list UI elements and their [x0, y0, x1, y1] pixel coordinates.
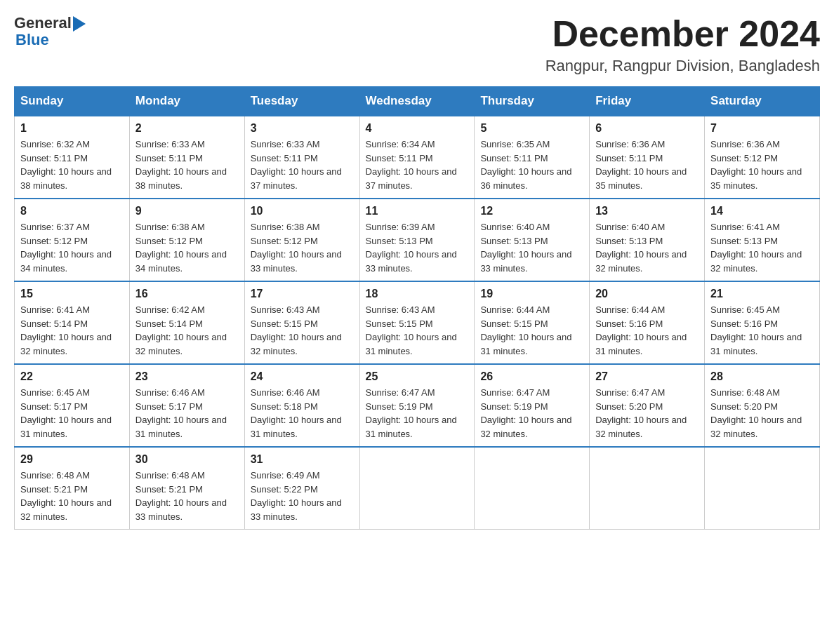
table-cell: 5 Sunrise: 6:35 AM Sunset: 5:11 PM Dayli…	[475, 116, 590, 199]
day-info: Sunrise: 6:42 AM Sunset: 5:14 PM Dayligh…	[135, 303, 239, 358]
day-number: 9	[135, 205, 239, 217]
sunrise-label: Sunrise: 6:40 AM	[595, 222, 665, 232]
sunset-label: Sunset: 5:11 PM	[595, 153, 663, 163]
sunrise-label: Sunrise: 6:42 AM	[135, 304, 205, 315]
day-info: Sunrise: 6:38 AM Sunset: 5:12 PM Dayligh…	[251, 220, 354, 275]
sunset-label: Sunset: 5:18 PM	[251, 401, 318, 412]
day-info: Sunrise: 6:39 AM Sunset: 5:13 PM Dayligh…	[366, 220, 469, 275]
day-info: Sunrise: 6:33 AM Sunset: 5:11 PM Dayligh…	[251, 137, 354, 192]
day-number: 29	[20, 453, 124, 466]
table-cell: 7 Sunrise: 6:36 AM Sunset: 5:12 PM Dayli…	[705, 116, 820, 199]
day-info: Sunrise: 6:48 AM Sunset: 5:20 PM Dayligh…	[710, 386, 814, 441]
day-number: 25	[366, 370, 469, 383]
table-cell: 8 Sunrise: 6:37 AM Sunset: 5:12 PM Dayli…	[15, 199, 130, 281]
day-number: 16	[135, 288, 239, 300]
sunset-label: Sunset: 5:12 PM	[251, 236, 318, 246]
sunset-label: Sunset: 5:13 PM	[710, 236, 778, 246]
sunset-label: Sunset: 5:19 PM	[366, 401, 433, 412]
daylight-label: Daylight: 10 hours and 32 minutes.	[595, 249, 687, 274]
day-info: Sunrise: 6:46 AM Sunset: 5:18 PM Dayligh…	[251, 386, 354, 441]
table-cell: 31 Sunrise: 6:49 AM Sunset: 5:22 PM Dayl…	[244, 447, 359, 530]
day-info: Sunrise: 6:48 AM Sunset: 5:21 PM Dayligh…	[135, 469, 239, 523]
table-cell: 28 Sunrise: 6:48 AM Sunset: 5:20 PM Dayl…	[705, 364, 820, 447]
sunset-label: Sunset: 5:16 PM	[710, 318, 778, 329]
sunset-label: Sunset: 5:17 PM	[135, 401, 203, 412]
table-cell: 13 Sunrise: 6:40 AM Sunset: 5:13 PM Dayl…	[590, 199, 705, 281]
sunrise-label: Sunrise: 6:37 AM	[20, 222, 90, 232]
day-info: Sunrise: 6:47 AM Sunset: 5:19 PM Dayligh…	[366, 386, 469, 441]
sunrise-label: Sunrise: 6:35 AM	[480, 139, 550, 149]
sunset-label: Sunset: 5:21 PM	[20, 484, 88, 495]
daylight-label: Daylight: 10 hours and 32 minutes.	[710, 415, 802, 439]
day-info: Sunrise: 6:45 AM Sunset: 5:17 PM Dayligh…	[20, 386, 124, 441]
sunset-label: Sunset: 5:11 PM	[251, 153, 318, 163]
day-number: 7	[710, 122, 814, 135]
day-number: 23	[135, 370, 239, 383]
table-cell	[705, 447, 820, 530]
sunset-label: Sunset: 5:22 PM	[251, 484, 318, 495]
header-friday: Friday	[590, 87, 705, 116]
sunset-label: Sunset: 5:15 PM	[480, 318, 548, 329]
daylight-label: Daylight: 10 hours and 38 minutes.	[20, 166, 112, 191]
sunset-label: Sunset: 5:14 PM	[135, 318, 203, 329]
daylight-label: Daylight: 10 hours and 31 minutes.	[480, 332, 571, 356]
day-info: Sunrise: 6:44 AM Sunset: 5:15 PM Dayligh…	[480, 303, 583, 358]
table-cell: 6 Sunrise: 6:36 AM Sunset: 5:11 PM Dayli…	[590, 116, 705, 199]
daylight-label: Daylight: 10 hours and 31 minutes.	[251, 415, 342, 439]
day-number: 21	[710, 288, 814, 300]
daylight-label: Daylight: 10 hours and 32 minutes.	[710, 249, 802, 274]
sunrise-label: Sunrise: 6:47 AM	[366, 387, 435, 398]
table-cell: 29 Sunrise: 6:48 AM Sunset: 5:21 PM Dayl…	[15, 447, 130, 530]
day-number: 30	[135, 453, 239, 466]
daylight-label: Daylight: 10 hours and 32 minutes.	[20, 497, 112, 522]
sunset-label: Sunset: 5:11 PM	[20, 153, 88, 163]
table-cell: 25 Sunrise: 6:47 AM Sunset: 5:19 PM Dayl…	[359, 364, 475, 447]
day-info: Sunrise: 6:38 AM Sunset: 5:12 PM Dayligh…	[135, 220, 239, 275]
header-thursday: Thursday	[475, 87, 590, 116]
logo-blue-text: Blue	[15, 31, 49, 49]
table-cell: 27 Sunrise: 6:47 AM Sunset: 5:20 PM Dayl…	[590, 364, 705, 447]
day-info: Sunrise: 6:33 AM Sunset: 5:11 PM Dayligh…	[135, 137, 239, 192]
sunset-label: Sunset: 5:11 PM	[135, 153, 203, 163]
day-info: Sunrise: 6:45 AM Sunset: 5:16 PM Dayligh…	[710, 303, 814, 358]
table-cell: 19 Sunrise: 6:44 AM Sunset: 5:15 PM Dayl…	[475, 281, 590, 364]
daylight-label: Daylight: 10 hours and 33 minutes.	[135, 497, 227, 522]
table-cell: 1 Sunrise: 6:32 AM Sunset: 5:11 PM Dayli…	[15, 116, 130, 199]
sunset-label: Sunset: 5:12 PM	[135, 236, 203, 246]
daylight-label: Daylight: 10 hours and 32 minutes.	[20, 332, 112, 356]
sunset-label: Sunset: 5:15 PM	[251, 318, 318, 329]
sunrise-label: Sunrise: 6:41 AM	[710, 222, 780, 232]
daylight-label: Daylight: 10 hours and 35 minutes.	[595, 166, 687, 191]
table-cell	[475, 447, 590, 530]
sunset-label: Sunset: 5:15 PM	[366, 318, 433, 329]
sunrise-label: Sunrise: 6:39 AM	[366, 222, 435, 232]
sunset-label: Sunset: 5:13 PM	[480, 236, 548, 246]
day-number: 22	[20, 370, 124, 383]
sunrise-label: Sunrise: 6:48 AM	[20, 470, 90, 481]
daylight-label: Daylight: 10 hours and 31 minutes.	[20, 415, 112, 439]
sunrise-label: Sunrise: 6:36 AM	[595, 139, 665, 149]
table-cell: 30 Sunrise: 6:48 AM Sunset: 5:21 PM Dayl…	[129, 447, 244, 530]
location-subtitle: Rangpur, Rangpur Division, Bangladesh	[545, 57, 820, 75]
sunrise-label: Sunrise: 6:46 AM	[135, 387, 205, 398]
daylight-label: Daylight: 10 hours and 33 minutes.	[480, 249, 571, 274]
sunrise-label: Sunrise: 6:43 AM	[366, 304, 435, 315]
logo: General Blue	[14, 14, 86, 49]
sunrise-label: Sunrise: 6:45 AM	[710, 304, 780, 315]
header-saturday: Saturday	[705, 87, 820, 116]
table-cell: 11 Sunrise: 6:39 AM Sunset: 5:13 PM Dayl…	[359, 199, 475, 281]
day-info: Sunrise: 6:43 AM Sunset: 5:15 PM Dayligh…	[251, 303, 354, 358]
day-info: Sunrise: 6:35 AM Sunset: 5:11 PM Dayligh…	[480, 137, 583, 192]
day-number: 4	[366, 122, 469, 135]
sunset-label: Sunset: 5:20 PM	[595, 401, 663, 412]
daylight-label: Daylight: 10 hours and 32 minutes.	[595, 415, 687, 439]
day-number: 15	[20, 288, 124, 300]
sunset-label: Sunset: 5:20 PM	[710, 401, 778, 412]
sunset-label: Sunset: 5:11 PM	[366, 153, 433, 163]
day-info: Sunrise: 6:37 AM Sunset: 5:12 PM Dayligh…	[20, 220, 124, 275]
calendar-header-row: Sunday Monday Tuesday Wednesday Thursday…	[15, 87, 820, 116]
daylight-label: Daylight: 10 hours and 33 minutes.	[366, 249, 457, 274]
table-cell: 18 Sunrise: 6:43 AM Sunset: 5:15 PM Dayl…	[359, 281, 475, 364]
sunrise-label: Sunrise: 6:32 AM	[20, 139, 90, 149]
title-section: December 2024 Rangpur, Rangpur Division,…	[545, 14, 820, 75]
